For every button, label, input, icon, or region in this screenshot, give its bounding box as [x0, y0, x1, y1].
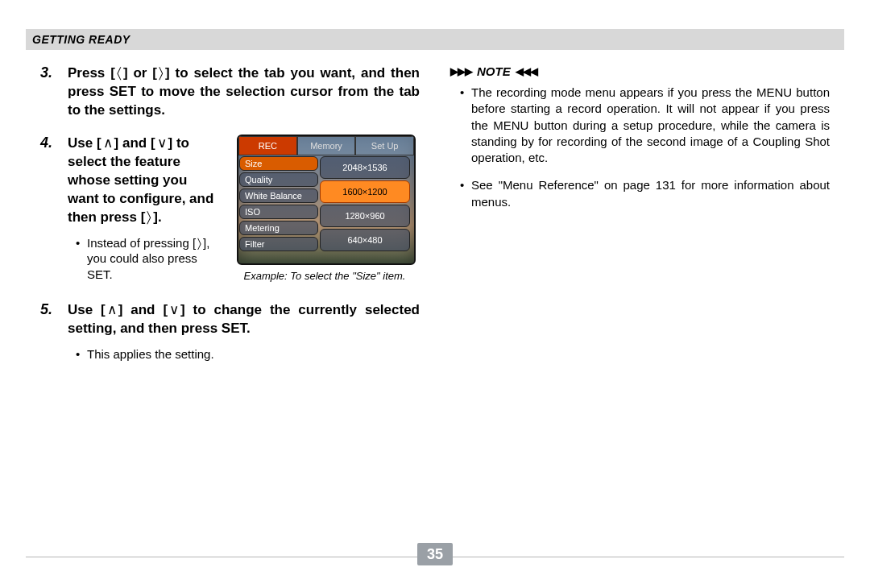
camera-lcd-figure: REC Memory Set Up Size Quality White Bal…: [237, 135, 416, 265]
notes-list: The recording mode menu appears if you p…: [450, 85, 830, 210]
page-number-badge: 35: [417, 543, 453, 565]
section-title: GETTING READY: [32, 33, 130, 46]
note-label: NOTE: [477, 64, 511, 78]
down-key-icon: ∨: [155, 135, 168, 153]
lcd-menu-item: ISO: [239, 205, 318, 219]
up-key-icon: ∧: [106, 301, 118, 320]
right-key-icon: 〉: [196, 235, 203, 251]
content-columns: 3. Press [〈] or [〉] to select the tab yo…: [40, 64, 830, 376]
lcd-value-item: 2048×1536: [320, 156, 410, 179]
steps-list: 3. Press [〈] or [〉] to select the tab yo…: [40, 64, 420, 362]
page-number: 35: [427, 546, 443, 563]
lcd-menu-item: White Balance: [239, 188, 318, 203]
lcd-menu-left: Size Quality White Balance ISO Metering …: [238, 155, 319, 252]
step-number: 3.: [40, 64, 52, 81]
lcd-tab: Set Up: [355, 136, 414, 155]
step-number: 4.: [40, 135, 52, 151]
right-column: ▶▶▶ NOTE ◀◀◀ The recording mode menu app…: [450, 64, 830, 376]
lcd-value-item: 640×480: [320, 229, 410, 251]
lcd-menu-item: Size: [239, 156, 318, 171]
step-3: 3. Press [〈] or [〉] to select the tab yo…: [40, 64, 420, 120]
lcd-tabs: REC Memory Set Up: [238, 136, 414, 155]
section-header-bar: GETTING READY: [26, 29, 844, 50]
step-text: Use [∧] and [∨] to select the feature wh…: [68, 135, 221, 227]
step-sub-list: This applies the setting.: [68, 346, 420, 362]
step-text: Press [〈] or [〉] to select the tab you w…: [68, 64, 420, 120]
lcd-menu-item: Metering: [239, 221, 318, 235]
note-item: The recording mode menu appears if you p…: [463, 85, 830, 166]
lcd-menu-item: Quality: [239, 172, 318, 187]
right-key-icon: 〉: [145, 209, 153, 227]
manual-page: GETTING READY 3. Press [〈] or [〉] to sel…: [0, 0, 870, 588]
step-sub-list: Instead of pressing [〉], you could also …: [68, 235, 221, 283]
step-text: Use [∧] and [∨] to change the currently …: [68, 301, 420, 338]
step-4: 4. Use [∧] and [∨] to select the feature…: [40, 135, 420, 287]
left-column: 3. Press [〈] or [〉] to select the tab yo…: [40, 64, 420, 376]
step-5: 5. Use [∧] and [∨] to change the current…: [40, 301, 420, 362]
left-key-icon: 〈: [115, 64, 123, 83]
figure-caption: Example: To select the "Size" item.: [237, 270, 412, 282]
lcd-menu-right: 2048×1536 1600×1200 1280×960 640×480: [319, 155, 411, 252]
lcd-value-item: 1600×1200: [320, 180, 410, 203]
note-arrows-icon: ▶▶▶: [450, 65, 472, 77]
right-key-icon: 〉: [157, 64, 165, 83]
lcd-tab: REC: [238, 136, 297, 155]
step-number: 5.: [40, 301, 52, 318]
lcd-value-item: 1280×960: [320, 205, 410, 227]
down-key-icon: ∨: [168, 301, 180, 320]
sub-item: Instead of pressing [〉], you could also …: [79, 235, 221, 283]
sub-item: This applies the setting.: [79, 346, 420, 362]
note-arrows-icon: ◀◀◀: [516, 65, 537, 77]
note-heading: ▶▶▶ NOTE ◀◀◀: [450, 64, 830, 78]
lcd-menu-item: Filter: [239, 237, 318, 251]
lcd-tab: Memory: [297, 136, 356, 155]
up-key-icon: ∧: [102, 135, 114, 153]
note-item: See "Menu Reference" on page 131 for mor…: [463, 177, 830, 210]
